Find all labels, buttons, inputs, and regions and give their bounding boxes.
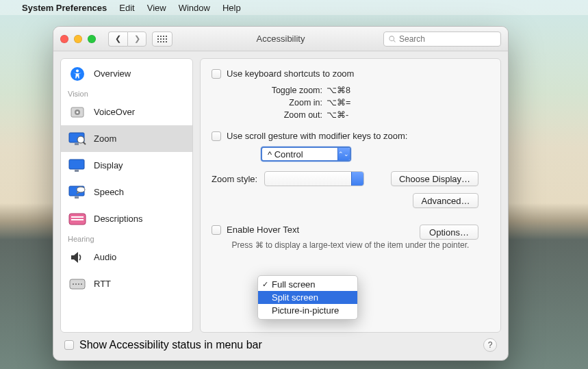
rtt-icon [68, 277, 87, 292]
sidebar-item-zoom[interactable]: Zoom [61, 125, 192, 152]
sidebar-item-audio[interactable]: Audio [61, 244, 192, 270]
sidebar-item-label: VoiceOver [94, 107, 135, 117]
sidebar-section-hearing: Hearing [61, 232, 192, 244]
show-all-button[interactable] [152, 31, 172, 47]
back-button[interactable]: ❮ [108, 31, 127, 47]
forward-button[interactable]: ❯ [127, 31, 146, 47]
hover-text-options-button[interactable]: Options… [420, 225, 478, 240]
zoom-in-keys: ⌥⌘= [327, 97, 362, 109]
hover-text-hint: Press ⌘ to display a large-text view of … [212, 240, 489, 250]
menu-help[interactable]: Help [222, 3, 241, 13]
sidebar-item-speech[interactable]: Speech [61, 179, 192, 205]
keyboard-shortcuts-table: Toggle zoom:⌥⌘8 Zoom in:⌥⌘= Zoom out:⌥⌘- [254, 84, 489, 121]
search-icon [388, 35, 396, 43]
app-menu[interactable]: System Preferences [22, 3, 107, 13]
window-footer: Show Accessibility status in menu bar ? [60, 333, 501, 353]
svg-rect-12 [75, 170, 79, 172]
show-status-menubar-label: Show Accessibility status in menu bar [79, 339, 262, 351]
sidebar-item-label: Overview [94, 68, 131, 79]
sidebar-item-display[interactable]: Display [61, 152, 192, 179]
modifier-key-value: ^ Control [268, 149, 337, 160]
svg-rect-8 [75, 143, 79, 145]
svg-point-0 [389, 36, 394, 40]
sidebar-item-overview[interactable]: Overview [61, 60, 192, 87]
voiceover-icon [68, 105, 87, 120]
zoom-icon [68, 131, 87, 147]
enable-hover-text-checkbox[interactable] [212, 225, 221, 235]
use-keyboard-shortcuts-checkbox[interactable] [212, 69, 221, 79]
zoom-in-label: Zoom in: [254, 97, 322, 109]
svg-point-6 [76, 111, 78, 113]
chevron-updown-icon: ⌃⌄ [337, 148, 350, 160]
svg-point-23 [81, 283, 82, 285]
modifier-key-select[interactable]: ^ Control ⌃⌄ [261, 147, 351, 162]
accessibility-sidebar: Overview Vision VoiceOver Zoom Display [60, 58, 193, 333]
toggle-zoom-label: Toggle zoom: [254, 84, 322, 97]
svg-point-3 [76, 69, 79, 72]
zoom-window-button[interactable] [88, 35, 96, 43]
preferences-window: ❮ ❯ Accessibility Overview Visi [53, 26, 509, 361]
sidebar-item-label: Speech [94, 187, 124, 197]
sidebar-item-label: RTT [94, 279, 111, 289]
choose-display-button[interactable]: Choose Display… [391, 171, 478, 186]
use-scroll-gesture-label: Use scroll gesture with modifier keys to… [227, 131, 407, 141]
show-status-menubar-checkbox[interactable] [64, 340, 74, 350]
search-field[interactable] [383, 31, 501, 47]
menu-view[interactable]: View [147, 3, 166, 13]
audio-icon [68, 250, 87, 265]
use-keyboard-shortcuts-label: Use keyboard shortcuts to zoom [227, 68, 354, 79]
sidebar-item-label: Descriptions [94, 214, 143, 224]
svg-rect-18 [71, 219, 84, 220]
search-input[interactable] [399, 34, 496, 44]
zoom-style-select[interactable] [264, 171, 364, 186]
svg-rect-11 [69, 160, 84, 169]
sidebar-item-voiceover[interactable]: VoiceOver [61, 99, 192, 125]
zoom-style-dropdown: Full screen Split screen Picture-in-pict… [257, 275, 358, 320]
descriptions-icon [68, 212, 87, 227]
sidebar-item-rtt[interactable]: RTT [61, 270, 192, 297]
sidebar-item-label: Display [94, 160, 123, 170]
zoom-out-keys: ⌥⌘- [327, 109, 362, 121]
svg-rect-17 [71, 216, 84, 218]
zoom-style-option-picture-in-picture[interactable]: Picture-in-picture [258, 304, 357, 317]
zoom-style-option-full-screen[interactable]: Full screen [258, 278, 357, 291]
svg-point-22 [78, 283, 79, 285]
traffic-lights [60, 35, 96, 43]
svg-point-21 [75, 283, 77, 285]
zoom-out-label: Zoom out: [254, 109, 322, 121]
system-menubar: System Preferences Edit View Window Help [0, 0, 588, 15]
zoom-style-option-split-screen[interactable]: Split screen [258, 291, 357, 304]
advanced-button[interactable]: Advanced… [413, 193, 478, 208]
use-scroll-gesture-checkbox[interactable] [212, 131, 221, 141]
display-icon [68, 158, 87, 173]
zoom-settings-pane: Use keyboard shortcuts to zoom Toggle zo… [200, 58, 501, 333]
toggle-zoom-keys: ⌥⌘8 [327, 84, 362, 97]
close-window-button[interactable] [60, 35, 68, 43]
svg-line-1 [394, 40, 396, 42]
menu-edit[interactable]: Edit [119, 3, 134, 13]
menu-window[interactable]: Window [179, 3, 210, 13]
titlebar: ❮ ❯ Accessibility [53, 27, 508, 51]
speech-icon [68, 185, 87, 200]
zoom-style-label: Zoom style: [212, 174, 257, 184]
svg-rect-14 [75, 196, 79, 199]
help-button[interactable]: ? [483, 338, 497, 352]
svg-point-20 [73, 283, 74, 285]
sidebar-section-vision: Vision [61, 87, 192, 99]
sidebar-item-label: Zoom [94, 133, 116, 144]
minimize-window-button[interactable] [74, 35, 82, 43]
enable-hover-text-label: Enable Hover Text [227, 225, 299, 235]
chevron-updown-icon [351, 172, 363, 186]
svg-rect-19 [70, 279, 85, 289]
sidebar-item-label: Audio [94, 252, 116, 262]
svg-line-10 [84, 142, 86, 144]
sidebar-item-descriptions[interactable]: Descriptions [61, 205, 192, 232]
overview-icon [68, 66, 87, 81]
